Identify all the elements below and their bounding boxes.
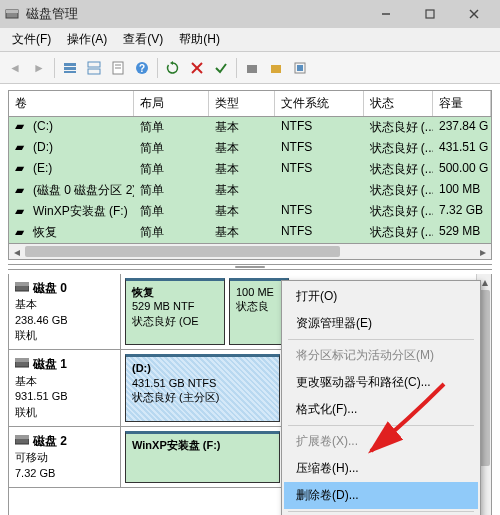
svg-rect-3 <box>426 10 434 18</box>
svg-rect-7 <box>64 67 76 70</box>
back-button[interactable]: ◄ <box>4 57 26 79</box>
cm-mark-active: 将分区标记为活动分区(M) <box>284 342 478 369</box>
disk-info[interactable]: 磁盘 0基本238.46 GB联机 <box>9 274 121 349</box>
disk-icon <box>15 357 29 373</box>
cm-shrink[interactable]: 压缩卷(H)... <box>284 455 478 482</box>
table-row[interactable]: ▰(E:)简单基本NTFS状态良好 (...500.00 G <box>9 159 491 180</box>
minimize-button[interactable] <box>364 0 408 28</box>
menu-file[interactable]: 文件(F) <box>4 28 59 51</box>
menubar: 文件(F) 操作(A) 查看(V) 帮助(H) <box>0 28 500 52</box>
svg-rect-19 <box>247 65 257 73</box>
table-row[interactable]: ▰(C:)简单基本NTFS状态良好 (...237.84 G <box>9 117 491 138</box>
col-type[interactable]: 类型 <box>209 91 275 116</box>
volume-icon: ▰ <box>15 161 29 175</box>
scroll-left-icon[interactable]: ◂ <box>9 244 25 259</box>
disk-graphical-view: 磁盘 0基本238.46 GB联机恢复529 MB NTF状态良好 (OE100… <box>8 274 492 515</box>
cm-delete-volume[interactable]: 删除卷(D)... <box>284 482 478 509</box>
col-capacity[interactable]: 容量 <box>433 91 491 116</box>
view-graphical-icon[interactable] <box>83 57 105 79</box>
svg-rect-8 <box>64 71 76 73</box>
menu-action[interactable]: 操作(A) <box>59 28 115 51</box>
maximize-button[interactable] <box>408 0 452 28</box>
svg-rect-20 <box>271 65 281 73</box>
check-icon[interactable] <box>210 57 232 79</box>
splitter-handle[interactable] <box>8 264 492 270</box>
action2-icon[interactable] <box>265 57 287 79</box>
cm-format[interactable]: 格式化(F)... <box>284 396 478 423</box>
table-row[interactable]: ▰(磁盘 0 磁盘分区 2)简单基本状态良好 (...100 MB <box>9 180 491 201</box>
svg-rect-6 <box>64 63 76 66</box>
volume-icon: ▰ <box>15 204 29 218</box>
table-row[interactable]: ▰恢复简单基本NTFS状态良好 (...529 MB <box>9 222 491 243</box>
table-row[interactable]: ▰(D:)简单基本NTFS状态良好 (...431.51 G <box>9 138 491 159</box>
action1-icon[interactable] <box>241 57 263 79</box>
close-button[interactable] <box>452 0 496 28</box>
cm-explorer[interactable]: 资源管理器(E) <box>284 310 478 337</box>
col-filesystem[interactable]: 文件系统 <box>275 91 364 116</box>
col-layout[interactable]: 布局 <box>134 91 209 116</box>
col-volume[interactable]: 卷 <box>9 91 134 116</box>
cm-extend: 扩展卷(X)... <box>284 428 478 455</box>
svg-rect-22 <box>297 65 303 71</box>
refresh-icon[interactable] <box>162 57 184 79</box>
svg-rect-28 <box>15 436 29 439</box>
svg-rect-26 <box>15 359 29 362</box>
context-menu: 打开(O) 资源管理器(E) 将分区标记为活动分区(M) 更改驱动器号和路径(C… <box>281 280 481 515</box>
titlebar: 磁盘管理 <box>0 0 500 28</box>
app-icon <box>4 6 20 22</box>
volume-icon: ▰ <box>15 119 29 133</box>
table-row[interactable]: ▰WinXP安装盘 (F:)简单基本NTFS状态良好 (...7.32 GB <box>9 201 491 222</box>
forward-button[interactable]: ► <box>28 57 50 79</box>
disk-info[interactable]: 磁盘 1基本931.51 GB联机 <box>9 350 121 425</box>
cm-change-letter[interactable]: 更改驱动器号和路径(C)... <box>284 369 478 396</box>
svg-text:?: ? <box>139 63 145 74</box>
disk-icon <box>15 434 29 450</box>
properties-icon[interactable] <box>107 57 129 79</box>
delete-icon[interactable] <box>186 57 208 79</box>
svg-rect-9 <box>88 62 100 67</box>
col-status[interactable]: 状态 <box>364 91 433 116</box>
partition[interactable]: (D:)431.51 GB NTFS状态良好 (主分区) <box>125 354 280 421</box>
volume-icon: ▰ <box>15 225 29 239</box>
scroll-right-icon[interactable]: ▸ <box>475 244 491 259</box>
svg-rect-24 <box>15 283 29 286</box>
svg-rect-10 <box>88 69 100 74</box>
menu-help[interactable]: 帮助(H) <box>171 28 228 51</box>
disk-info[interactable]: 磁盘 2可移动7.32 GB <box>9 427 121 487</box>
table-scrollbar-h[interactable]: ◂ ▸ <box>9 243 491 259</box>
menu-view[interactable]: 查看(V) <box>115 28 171 51</box>
table-header: 卷 布局 类型 文件系统 状态 容量 <box>9 91 491 117</box>
partition[interactable]: 100 ME状态良 <box>229 278 289 345</box>
partition[interactable]: 恢复529 MB NTF状态良好 (OE <box>125 278 225 345</box>
volume-table: 卷 布局 类型 文件系统 状态 容量 ▰(C:)简单基本NTFS状态良好 (..… <box>8 90 492 260</box>
window-title: 磁盘管理 <box>26 5 364 23</box>
action3-icon[interactable] <box>289 57 311 79</box>
help-icon[interactable]: ? <box>131 57 153 79</box>
view-list-icon[interactable] <box>59 57 81 79</box>
disk-icon <box>15 281 29 297</box>
svg-rect-1 <box>6 10 18 13</box>
cm-open[interactable]: 打开(O) <box>284 283 478 310</box>
svg-marker-16 <box>170 61 173 65</box>
volume-icon: ▰ <box>15 140 29 154</box>
volume-icon: ▰ <box>15 183 29 197</box>
toolbar: ◄ ► ? <box>0 52 500 84</box>
partition[interactable]: WinXP安装盘 (F:) <box>125 431 280 483</box>
